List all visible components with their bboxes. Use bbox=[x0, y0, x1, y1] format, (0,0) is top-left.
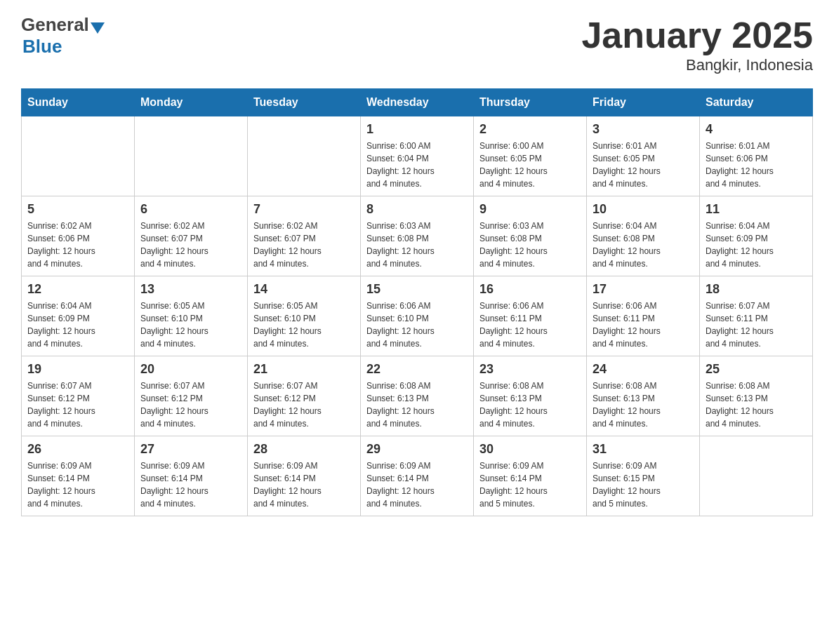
table-row bbox=[22, 116, 135, 196]
calendar-title: January 2025 bbox=[581, 14, 813, 56]
day-info: Sunrise: 6:01 AM Sunset: 6:06 PM Dayligh… bbox=[706, 140, 807, 190]
day-info: Sunrise: 6:09 AM Sunset: 6:14 PM Dayligh… bbox=[253, 459, 355, 510]
table-row: 28Sunrise: 6:09 AM Sunset: 6:14 PM Dayli… bbox=[248, 436, 361, 516]
table-row: 8Sunrise: 6:03 AM Sunset: 6:08 PM Daylig… bbox=[361, 196, 474, 276]
table-row bbox=[248, 116, 361, 196]
day-number: 9 bbox=[479, 202, 581, 217]
table-row: 7Sunrise: 6:02 AM Sunset: 6:07 PM Daylig… bbox=[248, 196, 361, 276]
day-number: 26 bbox=[27, 442, 128, 457]
table-row: 3Sunrise: 6:01 AM Sunset: 6:05 PM Daylig… bbox=[587, 116, 700, 196]
day-info: Sunrise: 6:07 AM Sunset: 6:12 PM Dayligh… bbox=[27, 380, 128, 430]
day-number: 20 bbox=[140, 362, 241, 377]
table-row: 6Sunrise: 6:02 AM Sunset: 6:07 PM Daylig… bbox=[135, 196, 248, 276]
day-info: Sunrise: 6:04 AM Sunset: 6:08 PM Dayligh… bbox=[593, 220, 694, 270]
col-wednesday: Wednesday bbox=[361, 89, 474, 116]
col-thursday: Thursday bbox=[474, 89, 587, 116]
day-number: 27 bbox=[140, 442, 241, 457]
calendar-week-row: 1Sunrise: 6:00 AM Sunset: 6:04 PM Daylig… bbox=[22, 116, 813, 196]
title-section: January 2025 Bangkir, Indonesia bbox=[581, 14, 813, 74]
table-row: 26Sunrise: 6:09 AM Sunset: 6:14 PM Dayli… bbox=[22, 436, 135, 516]
table-row: 13Sunrise: 6:05 AM Sunset: 6:10 PM Dayli… bbox=[135, 276, 248, 356]
col-sunday: Sunday bbox=[22, 89, 135, 116]
day-number: 23 bbox=[479, 362, 581, 377]
day-info: Sunrise: 6:09 AM Sunset: 6:14 PM Dayligh… bbox=[366, 459, 468, 510]
day-info: Sunrise: 6:08 AM Sunset: 6:13 PM Dayligh… bbox=[593, 380, 694, 430]
day-number: 13 bbox=[140, 282, 241, 297]
day-number: 2 bbox=[479, 122, 581, 137]
col-saturday: Saturday bbox=[700, 89, 813, 116]
day-number: 12 bbox=[27, 282, 128, 297]
day-info: Sunrise: 6:08 AM Sunset: 6:13 PM Dayligh… bbox=[366, 380, 468, 430]
day-info: Sunrise: 6:05 AM Sunset: 6:10 PM Dayligh… bbox=[140, 300, 241, 350]
day-info: Sunrise: 6:06 AM Sunset: 6:10 PM Dayligh… bbox=[366, 300, 468, 350]
table-row: 17Sunrise: 6:06 AM Sunset: 6:11 PM Dayli… bbox=[587, 276, 700, 356]
table-row: 5Sunrise: 6:02 AM Sunset: 6:06 PM Daylig… bbox=[22, 196, 135, 276]
day-info: Sunrise: 6:04 AM Sunset: 6:09 PM Dayligh… bbox=[27, 300, 128, 350]
day-number: 15 bbox=[366, 282, 468, 297]
day-info: Sunrise: 6:08 AM Sunset: 6:13 PM Dayligh… bbox=[479, 380, 581, 430]
calendar-week-row: 5Sunrise: 6:02 AM Sunset: 6:06 PM Daylig… bbox=[22, 196, 813, 276]
day-info: Sunrise: 6:05 AM Sunset: 6:10 PM Dayligh… bbox=[253, 300, 355, 350]
day-number: 28 bbox=[253, 442, 355, 457]
day-info: Sunrise: 6:09 AM Sunset: 6:14 PM Dayligh… bbox=[479, 459, 581, 510]
day-number: 1 bbox=[366, 122, 468, 137]
col-tuesday: Tuesday bbox=[248, 89, 361, 116]
table-row: 31Sunrise: 6:09 AM Sunset: 6:15 PM Dayli… bbox=[587, 436, 700, 516]
calendar-week-row: 12Sunrise: 6:04 AM Sunset: 6:09 PM Dayli… bbox=[22, 276, 813, 356]
day-number: 4 bbox=[706, 122, 807, 137]
table-row: 9Sunrise: 6:03 AM Sunset: 6:08 PM Daylig… bbox=[474, 196, 587, 276]
day-info: Sunrise: 6:09 AM Sunset: 6:14 PM Dayligh… bbox=[140, 459, 241, 510]
table-row bbox=[700, 436, 813, 516]
calendar-week-row: 19Sunrise: 6:07 AM Sunset: 6:12 PM Dayli… bbox=[22, 356, 813, 436]
table-row: 30Sunrise: 6:09 AM Sunset: 6:14 PM Dayli… bbox=[474, 436, 587, 516]
day-number: 25 bbox=[706, 362, 807, 377]
table-row: 29Sunrise: 6:09 AM Sunset: 6:14 PM Dayli… bbox=[361, 436, 474, 516]
table-row: 15Sunrise: 6:06 AM Sunset: 6:10 PM Dayli… bbox=[361, 276, 474, 356]
day-number: 11 bbox=[706, 202, 807, 217]
day-info: Sunrise: 6:09 AM Sunset: 6:15 PM Dayligh… bbox=[593, 459, 694, 510]
day-info: Sunrise: 6:06 AM Sunset: 6:11 PM Dayligh… bbox=[593, 300, 694, 350]
day-number: 24 bbox=[593, 362, 694, 377]
day-number: 31 bbox=[593, 442, 694, 457]
day-info: Sunrise: 6:09 AM Sunset: 6:14 PM Dayligh… bbox=[27, 459, 128, 510]
col-friday: Friday bbox=[587, 89, 700, 116]
day-info: Sunrise: 6:08 AM Sunset: 6:13 PM Dayligh… bbox=[706, 380, 807, 430]
day-number: 14 bbox=[253, 282, 355, 297]
table-row: 21Sunrise: 6:07 AM Sunset: 6:12 PM Dayli… bbox=[248, 356, 361, 436]
table-row: 22Sunrise: 6:08 AM Sunset: 6:13 PM Dayli… bbox=[361, 356, 474, 436]
table-row bbox=[135, 116, 248, 196]
table-row: 27Sunrise: 6:09 AM Sunset: 6:14 PM Dayli… bbox=[135, 436, 248, 516]
day-info: Sunrise: 6:00 AM Sunset: 6:04 PM Dayligh… bbox=[366, 140, 468, 190]
day-info: Sunrise: 6:07 AM Sunset: 6:12 PM Dayligh… bbox=[140, 380, 241, 430]
table-row: 4Sunrise: 6:01 AM Sunset: 6:06 PM Daylig… bbox=[700, 116, 813, 196]
day-info: Sunrise: 6:02 AM Sunset: 6:07 PM Dayligh… bbox=[140, 220, 241, 270]
day-number: 18 bbox=[706, 282, 807, 297]
table-row: 24Sunrise: 6:08 AM Sunset: 6:13 PM Dayli… bbox=[587, 356, 700, 436]
page-header: General Blue January 2025 Bangkir, Indon… bbox=[21, 14, 813, 74]
day-number: 5 bbox=[27, 202, 128, 217]
day-info: Sunrise: 6:06 AM Sunset: 6:11 PM Dayligh… bbox=[479, 300, 581, 350]
day-info: Sunrise: 6:07 AM Sunset: 6:11 PM Dayligh… bbox=[706, 300, 807, 350]
day-info: Sunrise: 6:03 AM Sunset: 6:08 PM Dayligh… bbox=[366, 220, 468, 270]
col-monday: Monday bbox=[135, 89, 248, 116]
logo-triangle-icon bbox=[91, 22, 105, 34]
day-info: Sunrise: 6:04 AM Sunset: 6:09 PM Dayligh… bbox=[706, 220, 807, 270]
table-row: 10Sunrise: 6:04 AM Sunset: 6:08 PM Dayli… bbox=[587, 196, 700, 276]
table-row: 12Sunrise: 6:04 AM Sunset: 6:09 PM Dayli… bbox=[22, 276, 135, 356]
day-info: Sunrise: 6:02 AM Sunset: 6:06 PM Dayligh… bbox=[27, 220, 128, 270]
table-row: 23Sunrise: 6:08 AM Sunset: 6:13 PM Dayli… bbox=[474, 356, 587, 436]
logo: General Blue bbox=[21, 14, 105, 58]
day-number: 21 bbox=[253, 362, 355, 377]
table-row: 11Sunrise: 6:04 AM Sunset: 6:09 PM Dayli… bbox=[700, 196, 813, 276]
day-number: 29 bbox=[366, 442, 468, 457]
calendar-header-row: Sunday Monday Tuesday Wednesday Thursday… bbox=[22, 89, 813, 116]
table-row: 16Sunrise: 6:06 AM Sunset: 6:11 PM Dayli… bbox=[474, 276, 587, 356]
day-number: 6 bbox=[140, 202, 241, 217]
day-number: 8 bbox=[366, 202, 468, 217]
day-info: Sunrise: 6:07 AM Sunset: 6:12 PM Dayligh… bbox=[253, 380, 355, 430]
table-row: 1Sunrise: 6:00 AM Sunset: 6:04 PM Daylig… bbox=[361, 116, 474, 196]
table-row: 18Sunrise: 6:07 AM Sunset: 6:11 PM Dayli… bbox=[700, 276, 813, 356]
day-number: 3 bbox=[593, 122, 694, 137]
calendar-table: Sunday Monday Tuesday Wednesday Thursday… bbox=[21, 88, 813, 516]
calendar-week-row: 26Sunrise: 6:09 AM Sunset: 6:14 PM Dayli… bbox=[22, 436, 813, 516]
